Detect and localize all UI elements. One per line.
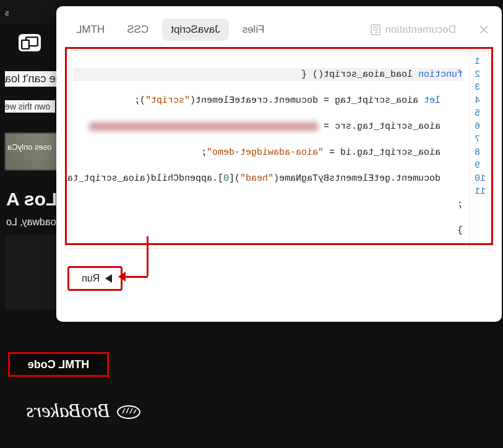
line-gutter: 1234567891011: [469, 51, 491, 248]
tab-css[interactable]: CSS: [118, 19, 157, 41]
tab-javascript[interactable]: JavaScript: [162, 19, 228, 41]
annotation-arrow: [147, 236, 148, 276]
bg-map-caption: oses onlyCa: [7, 142, 52, 152]
devices-icon: [19, 34, 41, 51]
bg-heading-los: Los A: [6, 189, 57, 210]
bg-fragment-ownsite: own this we: [5, 100, 55, 113]
document-icon: [371, 24, 380, 35]
documentation-label: Documentation: [385, 24, 456, 36]
code-editor-panel: Documentation Files JavaScript CSS HTML …: [56, 6, 502, 322]
code-editor[interactable]: 1234567891011 function load_aioa_script(…: [66, 51, 492, 249]
code-content: function load_aioa_script() { let aioa_s…: [67, 51, 469, 248]
tab-files[interactable]: Files: [234, 19, 273, 41]
close-icon[interactable]: [477, 23, 491, 37]
brand-logo: BroBakers: [26, 399, 141, 422]
documentation-link[interactable]: Documentation: [371, 24, 456, 36]
annotation-arrow-head: [118, 272, 126, 282]
html-code-label: HTML Code: [28, 358, 90, 371]
bg-fragment-top: s: [0, 0, 56, 25]
bg-subtext-broadway: roadway, Lo: [6, 217, 59, 228]
bread-icon: [116, 402, 141, 420]
html-code-button[interactable]: HTML Code: [8, 352, 109, 377]
play-icon: [105, 274, 112, 283]
panel-header: Documentation Files JavaScript CSS HTML: [65, 15, 493, 51]
run-label: Run: [82, 273, 100, 284]
brand-name: BroBakers: [26, 399, 110, 422]
editor-tabs: Files JavaScript CSS HTML: [67, 19, 273, 41]
svg-rect-1: [22, 40, 29, 49]
run-button[interactable]: Run: [67, 266, 123, 291]
tab-html[interactable]: HTML: [67, 19, 113, 41]
editor-container: 1234567891011 function load_aioa_script(…: [66, 51, 492, 249]
redacted-url: [89, 122, 318, 131]
bg-map-fragment: [5, 133, 61, 170]
run-row: Run: [65, 266, 493, 291]
bg-dark-panel: [5, 235, 58, 309]
annotation-arrow: [124, 276, 148, 278]
